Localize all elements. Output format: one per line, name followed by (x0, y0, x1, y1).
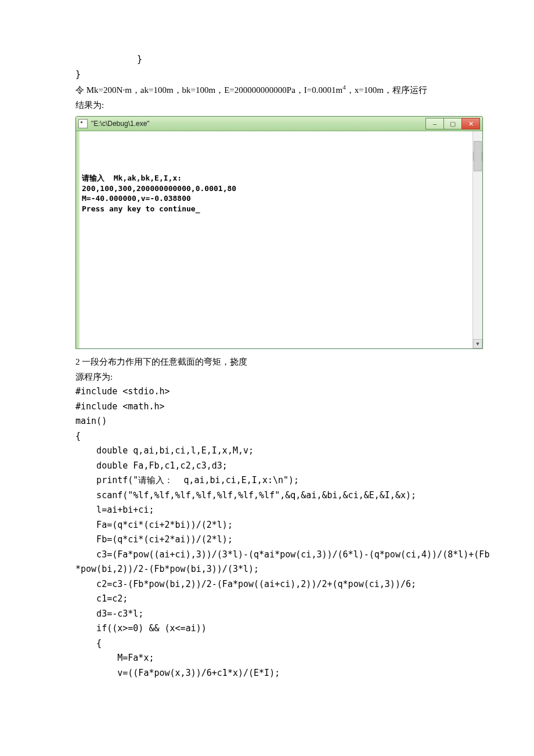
console-title: "E:\c\Debug\1.exe" (91, 118, 426, 129)
param-prefix: 令 Mk=200N·m，ak=100m，bk=100m，E=2000000000… (75, 85, 342, 95)
code-line: scanf("%lf,%lf,%lf,%lf,%lf,%lf,%lf",&q,&… (75, 488, 459, 503)
console-body: 请输入 Mk,ak,bk,E,I,x: 200,100,300,20000000… (76, 131, 482, 348)
param-suffix: ，x=100m，程序运行 (346, 85, 427, 95)
console-left-border (76, 131, 80, 348)
console-content: 请输入 Mk,ak,bk,E,I,x: 200,100,300,20000000… (82, 163, 479, 224)
code-line: d3=-c3*l; (75, 607, 459, 622)
code-line: M=Fa*x; (75, 651, 459, 666)
source-label: 源程序为: (75, 370, 459, 385)
code-line: if((x>=0) && (x<=ai)) (75, 621, 459, 636)
code-line: v=((Fa*pow(x,3))/6+c1*x)/(E*I); (75, 666, 459, 681)
console-titlebar: "E:\c\Debug\1.exe" – ▢ ✕ (76, 117, 482, 131)
code-line: #include <stdio.h> (75, 384, 459, 399)
maximize-button[interactable]: ▢ (443, 118, 462, 129)
console-line: 200,100,300,200000000000,0.0001,80 (82, 184, 236, 193)
section-heading: 2 一段分布力作用下的任意截面的弯矩，挠度 (75, 355, 459, 370)
code-line: l=ai+bi+ci; (75, 503, 459, 518)
app-icon (78, 119, 88, 128)
code-line: c1=c2; (75, 592, 459, 607)
code-brace: } (75, 52, 459, 67)
parameter-text: 令 Mk=200N·m，ak=100m，bk=100m，E=2000000000… (75, 82, 459, 98)
scroll-thumb[interactable] (474, 141, 482, 171)
vertical-scrollbar[interactable]: ▲ ▼ (472, 131, 482, 348)
close-button[interactable]: ✕ (461, 118, 480, 129)
code-line: { (75, 636, 459, 651)
code-line: *pow(bi,2))/2-(Fb*pow(bi,3))/(3*l); (75, 562, 459, 577)
console-line: M=-40.000000,v=-0.038800 (82, 194, 191, 203)
code-line: #include <math.h> (75, 399, 459, 415)
code-brace: } (75, 67, 459, 82)
code-line: double Fa,Fb,c1,c2,c3,d3; (75, 459, 459, 474)
window-buttons: – ▢ ✕ (426, 118, 480, 129)
code-line: printf("请输入： q,ai,bi,ci,E,I,x:\n"); (75, 473, 459, 488)
code-line: double q,ai,bi,ci,l,E,I,x,M,v; (75, 444, 459, 459)
result-label: 结果为: (75, 98, 459, 113)
scroll-down-arrow[interactable]: ▼ (473, 339, 482, 348)
console-line: Press any key to continue_ (82, 204, 200, 213)
code-line: { (75, 429, 459, 444)
code-line: c3=(Fa*pow((ai+ci),3))/(3*l)-(q*ai*pow(c… (75, 548, 459, 563)
console-line: 请输入 Mk,ak,bk,E,I,x: (82, 174, 182, 182)
code-line: main() (75, 414, 459, 429)
code-line: c2=c3-(Fb*pow(bi,2))/2-(Fa*pow((ai+ci),2… (75, 577, 459, 592)
code-line: Fa=(q*ci*(ci+2*bi))/(2*l); (75, 518, 459, 533)
minimize-button[interactable]: – (425, 118, 444, 129)
code-line: Fb=(q*ci*(ci+2*ai))/(2*l); (75, 532, 459, 548)
console-window: "E:\c\Debug\1.exe" – ▢ ✕ 请输入 Mk,ak,bk,E,… (75, 116, 483, 349)
